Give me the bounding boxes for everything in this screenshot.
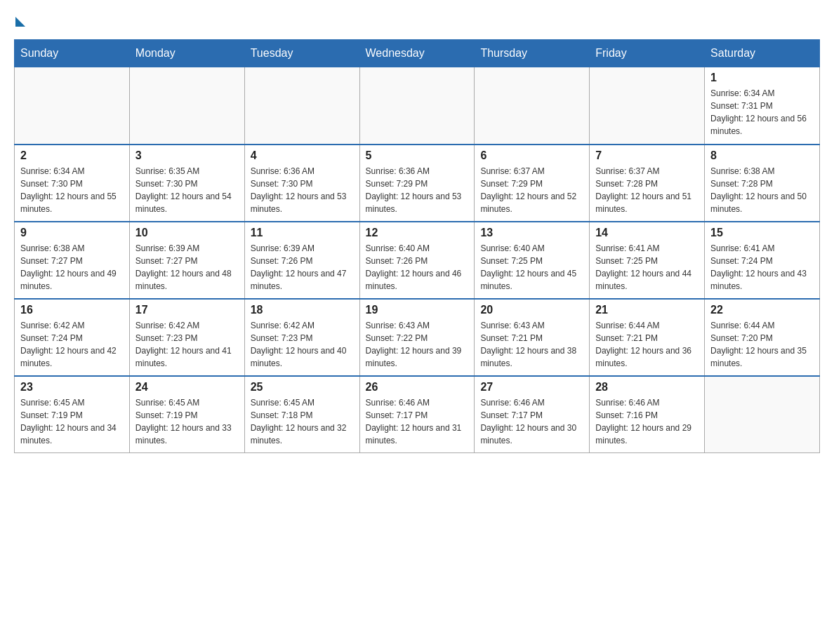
day-number: 10 — [135, 227, 239, 239]
day-info: Sunrise: 6:42 AMSunset: 7:23 PMDaylight:… — [251, 319, 354, 370]
day-number: 8 — [710, 149, 814, 162]
calendar-day-cell: 6Sunrise: 6:37 AMSunset: 7:29 PMDaylight… — [475, 145, 590, 222]
day-number: 18 — [251, 304, 354, 316]
weekday-header-wednesday: Wednesday — [359, 40, 475, 67]
day-number: 5 — [366, 149, 469, 162]
calendar-week-row: 9Sunrise: 6:38 AMSunset: 7:27 PMDaylight… — [15, 222, 820, 299]
day-number: 7 — [595, 149, 699, 162]
weekday-header-friday: Friday — [590, 40, 705, 67]
calendar-day-cell: 12Sunrise: 6:40 AMSunset: 7:26 PMDayligh… — [359, 222, 475, 299]
calendar-day-cell: 7Sunrise: 6:37 AMSunset: 7:28 PMDaylight… — [590, 145, 705, 222]
day-info: Sunrise: 6:35 AMSunset: 7:30 PMDaylight:… — [135, 165, 239, 215]
calendar-week-row: 16Sunrise: 6:42 AMSunset: 7:24 PMDayligh… — [15, 299, 820, 376]
day-number: 4 — [251, 149, 354, 162]
day-number: 19 — [366, 304, 469, 316]
day-info: Sunrise: 6:43 AMSunset: 7:22 PMDaylight:… — [366, 319, 469, 370]
day-info: Sunrise: 6:38 AMSunset: 7:27 PMDaylight:… — [20, 242, 124, 293]
day-number: 28 — [595, 381, 699, 394]
day-info: Sunrise: 6:34 AMSunset: 7:31 PMDaylight:… — [710, 87, 814, 137]
day-number: 23 — [20, 381, 124, 394]
day-info: Sunrise: 6:42 AMSunset: 7:24 PMDaylight:… — [20, 319, 124, 370]
calendar-day-cell: 3Sunrise: 6:35 AMSunset: 7:30 PMDaylight… — [129, 145, 244, 222]
calendar-day-cell: 24Sunrise: 6:45 AMSunset: 7:19 PMDayligh… — [129, 376, 244, 453]
calendar-day-cell: 2Sunrise: 6:34 AMSunset: 7:30 PMDaylight… — [15, 145, 130, 222]
day-number: 1 — [710, 72, 814, 84]
calendar-day-cell: 15Sunrise: 6:41 AMSunset: 7:24 PMDayligh… — [705, 222, 820, 299]
day-info: Sunrise: 6:44 AMSunset: 7:21 PMDaylight:… — [595, 319, 699, 370]
calendar-week-row: 2Sunrise: 6:34 AMSunset: 7:30 PMDaylight… — [15, 145, 820, 222]
calendar-day-cell: 25Sunrise: 6:45 AMSunset: 7:18 PMDayligh… — [244, 376, 359, 453]
day-info: Sunrise: 6:44 AMSunset: 7:20 PMDaylight:… — [710, 319, 814, 370]
calendar-day-cell — [15, 67, 130, 145]
day-info: Sunrise: 6:42 AMSunset: 7:23 PMDaylight:… — [135, 319, 239, 370]
day-number: 11 — [251, 227, 354, 239]
day-info: Sunrise: 6:40 AMSunset: 7:25 PMDaylight:… — [480, 242, 583, 293]
day-number: 21 — [595, 304, 699, 316]
weekday-header-row: SundayMondayTuesdayWednesdayThursdayFrid… — [15, 40, 820, 67]
day-info: Sunrise: 6:39 AMSunset: 7:26 PMDaylight:… — [251, 242, 354, 293]
calendar-day-cell — [590, 67, 705, 145]
calendar-day-cell: 13Sunrise: 6:40 AMSunset: 7:25 PMDayligh… — [475, 222, 590, 299]
day-info: Sunrise: 6:45 AMSunset: 7:18 PMDaylight:… — [251, 396, 354, 447]
day-info: Sunrise: 6:40 AMSunset: 7:26 PMDaylight:… — [366, 242, 469, 293]
day-info: Sunrise: 6:45 AMSunset: 7:19 PMDaylight:… — [135, 396, 239, 447]
calendar-day-cell: 18Sunrise: 6:42 AMSunset: 7:23 PMDayligh… — [244, 299, 359, 376]
calendar-day-cell — [129, 67, 244, 145]
day-number: 22 — [710, 304, 814, 316]
calendar-day-cell: 14Sunrise: 6:41 AMSunset: 7:25 PMDayligh… — [590, 222, 705, 299]
day-info: Sunrise: 6:46 AMSunset: 7:17 PMDaylight:… — [366, 396, 469, 447]
day-number: 2 — [20, 149, 124, 162]
weekday-header-monday: Monday — [129, 40, 244, 67]
calendar-day-cell: 26Sunrise: 6:46 AMSunset: 7:17 PMDayligh… — [359, 376, 475, 453]
calendar-day-cell — [244, 67, 359, 145]
calendar-day-cell: 23Sunrise: 6:45 AMSunset: 7:19 PMDayligh… — [15, 376, 130, 453]
day-info: Sunrise: 6:39 AMSunset: 7:27 PMDaylight:… — [135, 242, 239, 293]
calendar-day-cell — [705, 376, 820, 453]
calendar-day-cell: 17Sunrise: 6:42 AMSunset: 7:23 PMDayligh… — [129, 299, 244, 376]
day-info: Sunrise: 6:41 AMSunset: 7:25 PMDaylight:… — [595, 242, 699, 293]
day-info: Sunrise: 6:46 AMSunset: 7:17 PMDaylight:… — [480, 396, 583, 447]
day-number: 27 — [480, 381, 583, 394]
calendar-day-cell: 28Sunrise: 6:46 AMSunset: 7:16 PMDayligh… — [590, 376, 705, 453]
day-info: Sunrise: 6:36 AMSunset: 7:30 PMDaylight:… — [251, 165, 354, 215]
weekday-header-sunday: Sunday — [15, 40, 130, 67]
calendar-day-cell: 8Sunrise: 6:38 AMSunset: 7:28 PMDaylight… — [705, 145, 820, 222]
day-info: Sunrise: 6:37 AMSunset: 7:28 PMDaylight:… — [595, 165, 699, 215]
calendar-day-cell: 10Sunrise: 6:39 AMSunset: 7:27 PMDayligh… — [129, 222, 244, 299]
day-number: 17 — [135, 304, 239, 316]
calendar-day-cell — [475, 67, 590, 145]
day-number: 9 — [20, 227, 124, 239]
calendar-week-row: 23Sunrise: 6:45 AMSunset: 7:19 PMDayligh… — [15, 376, 820, 453]
calendar-week-row: 1Sunrise: 6:34 AMSunset: 7:31 PMDaylight… — [15, 67, 820, 145]
day-number: 16 — [20, 304, 124, 316]
calendar-day-cell: 20Sunrise: 6:43 AMSunset: 7:21 PMDayligh… — [475, 299, 590, 376]
day-info: Sunrise: 6:43 AMSunset: 7:21 PMDaylight:… — [480, 319, 583, 370]
day-info: Sunrise: 6:37 AMSunset: 7:29 PMDaylight:… — [480, 165, 583, 215]
day-info: Sunrise: 6:36 AMSunset: 7:29 PMDaylight:… — [366, 165, 469, 215]
day-number: 15 — [710, 227, 814, 239]
day-info: Sunrise: 6:41 AMSunset: 7:24 PMDaylight:… — [710, 242, 814, 293]
calendar-day-cell: 11Sunrise: 6:39 AMSunset: 7:26 PMDayligh… — [244, 222, 359, 299]
calendar-day-cell: 1Sunrise: 6:34 AMSunset: 7:31 PMDaylight… — [705, 67, 820, 145]
calendar-day-cell: 22Sunrise: 6:44 AMSunset: 7:20 PMDayligh… — [705, 299, 820, 376]
day-number: 20 — [480, 304, 583, 316]
day-number: 3 — [135, 149, 239, 162]
day-info: Sunrise: 6:38 AMSunset: 7:28 PMDaylight:… — [710, 165, 814, 215]
calendar-day-cell: 21Sunrise: 6:44 AMSunset: 7:21 PMDayligh… — [590, 299, 705, 376]
page-header — [14, 14, 820, 25]
logo-triangle-icon — [15, 17, 25, 27]
day-number: 26 — [366, 381, 469, 394]
weekday-header-thursday: Thursday — [475, 40, 590, 67]
day-number: 6 — [480, 149, 583, 162]
calendar-day-cell — [359, 67, 475, 145]
day-number: 24 — [135, 381, 239, 394]
day-info: Sunrise: 6:34 AMSunset: 7:30 PMDaylight:… — [20, 165, 124, 215]
weekday-header-saturday: Saturday — [705, 40, 820, 67]
calendar-day-cell: 19Sunrise: 6:43 AMSunset: 7:22 PMDayligh… — [359, 299, 475, 376]
calendar-day-cell: 4Sunrise: 6:36 AMSunset: 7:30 PMDaylight… — [244, 145, 359, 222]
calendar-table: SundayMondayTuesdayWednesdayThursdayFrid… — [14, 39, 820, 453]
calendar-day-cell: 27Sunrise: 6:46 AMSunset: 7:17 PMDayligh… — [475, 376, 590, 453]
day-info: Sunrise: 6:45 AMSunset: 7:19 PMDaylight:… — [20, 396, 124, 447]
day-info: Sunrise: 6:46 AMSunset: 7:16 PMDaylight:… — [595, 396, 699, 447]
day-number: 13 — [480, 227, 583, 239]
